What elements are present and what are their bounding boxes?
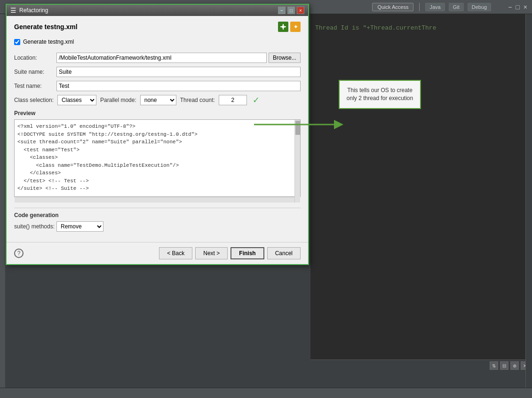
suite-methods-select[interactable]: Remove Keep Generate <box>56 221 103 232</box>
footer-left: ? <box>14 249 24 258</box>
test-name-input[interactable] <box>56 81 301 91</box>
gear-icon <box>280 23 286 30</box>
dialog-close-btn[interactable]: × <box>297 7 304 14</box>
next-button[interactable]: Next > <box>195 247 228 259</box>
titlebar-controls: − □ × <box>278 7 304 14</box>
dialog-overlay: ☰ Refactoring − □ × Generate testng.xml <box>0 0 532 398</box>
dialog-footer: ? < Back Next > Finish Cancel <box>7 242 308 264</box>
location-row: Location: Browse... <box>14 53 301 63</box>
section-divider <box>14 208 301 208</box>
class-selection-select[interactable]: Classes Methods Packages <box>57 95 96 105</box>
svg-rect-2 <box>283 28 284 30</box>
parallel-mode-select[interactable]: none methods tests classes <box>140 95 176 105</box>
finish-button[interactable]: Finish <box>230 247 264 259</box>
dialog-minimize-btn[interactable]: − <box>278 7 286 14</box>
header-icon-1 <box>278 22 288 32</box>
suite-methods-row: suite() methods: Remove Keep Generate <box>14 221 301 232</box>
dialog-title-icon: ☰ <box>10 7 16 14</box>
header-icon-group: ✦ <box>278 22 301 32</box>
dialog-maximize-btn[interactable]: □ <box>287 7 295 14</box>
back-button[interactable]: < Back <box>159 247 192 259</box>
svg-rect-1 <box>283 24 284 25</box>
preview-scrollbar-vertical[interactable] <box>294 120 300 203</box>
suite-methods-label: suite() methods: <box>14 223 56 230</box>
cancel-button[interactable]: Cancel <box>267 247 301 259</box>
dialog-header: Generate testng.xml ✦ <box>14 22 301 32</box>
test-name-row: Test name: <box>14 81 301 91</box>
svg-rect-4 <box>285 26 286 27</box>
thread-count-label: Thread count: <box>180 97 215 103</box>
test-name-label: Test name: <box>14 83 56 89</box>
parallel-mode-label: Parallel mode: <box>100 97 136 103</box>
browse-button[interactable]: Browse... <box>269 53 301 63</box>
annotation-box: This tells our OS to create only 2 threa… <box>339 80 421 109</box>
arrow-head <box>334 120 343 129</box>
svg-point-0 <box>282 25 285 28</box>
suite-name-label: Suite name: <box>14 69 56 75</box>
preview-wrapper: <?xml version="1.0" encoding="UTF-8"?> <… <box>14 119 301 203</box>
refactoring-dialog: ☰ Refactoring − □ × Generate testng.xml <box>6 4 309 265</box>
dialog-header-title: Generate testng.xml <box>14 23 78 31</box>
preview-label: Preview <box>14 110 301 117</box>
annotation-text: This tells our OS to create only 2 threa… <box>347 87 413 101</box>
location-input[interactable] <box>56 53 267 63</box>
generate-checkbox-row: Generate testng.xml <box>14 37 301 47</box>
header-icon-2: ✦ <box>290 22 301 32</box>
footer-buttons: < Back Next > Finish Cancel <box>159 247 301 259</box>
help-icon[interactable]: ? <box>14 249 24 258</box>
suite-name-row: Suite name: <box>14 67 301 77</box>
code-generation-label: Code generation <box>14 212 301 219</box>
dialog-title: Refactoring <box>19 7 48 14</box>
generate-checkbox[interactable] <box>14 39 20 45</box>
generate-checkbox-label: Generate testng.xml <box>23 39 74 45</box>
thread-count-input[interactable] <box>219 95 247 105</box>
preview-scrollbar-horizontal[interactable] <box>15 197 294 203</box>
class-selection-label: Class selection: <box>14 97 54 103</box>
svg-rect-3 <box>280 26 282 27</box>
controls-row: Class selection: Classes Methods Package… <box>14 95 301 105</box>
suite-name-input[interactable] <box>56 67 301 77</box>
callout-arrow <box>254 117 343 132</box>
checkmark-icon: ✓ <box>253 95 260 105</box>
location-label: Location: <box>14 55 56 61</box>
dialog-titlebar: ☰ Refactoring − □ × <box>7 5 308 16</box>
arrow-line <box>254 124 334 125</box>
code-generation-section: Code generation suite() methods: Remove … <box>14 212 301 232</box>
